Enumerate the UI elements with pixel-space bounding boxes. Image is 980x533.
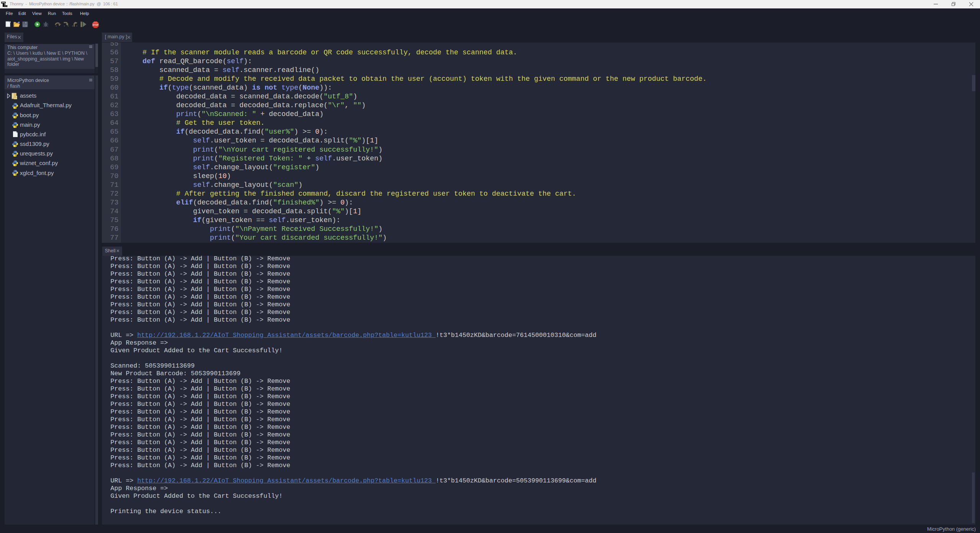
svg-text:STOP: STOP xyxy=(93,24,99,26)
